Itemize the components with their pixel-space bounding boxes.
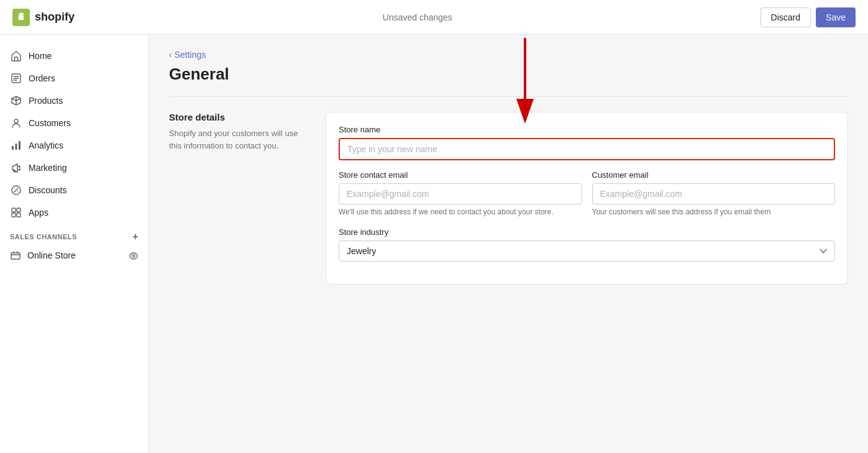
orders-icon	[10, 72, 22, 85]
sidebar-item-online-store[interactable]: Online Store	[0, 245, 148, 266]
customers-icon	[10, 117, 22, 129]
marketing-icon	[10, 162, 22, 174]
online-store-icon	[10, 250, 21, 261]
svg-rect-7	[12, 208, 16, 212]
sidebar-item-home[interactable]: Home	[0, 45, 148, 67]
svg-point-12	[132, 255, 135, 257]
top-header: shopify Unsaved changes Discard Save	[0, 0, 868, 35]
customer-email-hint: Your customers will see this address if …	[592, 207, 836, 217]
online-store-eye-icon[interactable]	[129, 250, 139, 261]
shopify-bag-icon	[12, 9, 30, 26]
sidebar-item-discounts[interactable]: Discounts	[0, 179, 148, 201]
sidebar-item-discounts-label: Discounts	[29, 185, 66, 195]
sidebar-item-products[interactable]: Products	[0, 89, 148, 112]
back-link-label: Settings	[175, 50, 206, 60]
section-title: Store details	[169, 112, 306, 122]
svg-rect-5	[19, 141, 21, 150]
unsaved-changes-label: Unsaved changes	[383, 12, 452, 22]
sidebar-item-analytics-label: Analytics	[29, 140, 63, 150]
customer-email-label: Customer email	[592, 170, 836, 180]
save-button[interactable]: Save	[816, 7, 856, 27]
logo-text: shopify	[35, 11, 75, 24]
svg-rect-3	[12, 146, 14, 150]
header-actions: Discard Save	[761, 7, 856, 27]
store-details-card: Store name Store contact email We'll use…	[326, 112, 848, 285]
sidebar-item-orders[interactable]: Orders	[0, 67, 148, 89]
sidebar-item-marketing-label: Marketing	[29, 163, 66, 173]
sidebar-item-customers[interactable]: Customers	[0, 112, 148, 134]
sidebar-item-analytics[interactable]: Analytics	[0, 134, 148, 157]
svg-rect-4	[16, 144, 17, 150]
sidebar-item-apps-label: Apps	[29, 208, 48, 217]
sidebar-item-orders-label: Orders	[29, 73, 55, 83]
email-row: Store contact email We'll use this addre…	[339, 170, 835, 227]
apps-icon	[10, 206, 22, 219]
section-sidebar: Store details Shopify and your customers…	[169, 112, 306, 285]
discounts-icon	[10, 184, 22, 196]
page-divider	[169, 96, 848, 97]
store-industry-select[interactable]: Jewelry Clothing Electronics Food and dr…	[339, 240, 835, 262]
sidebar-item-customers-label: Customers	[29, 118, 71, 128]
online-store-label: Online Store	[27, 250, 76, 260]
svg-rect-10	[17, 213, 21, 217]
store-name-input[interactable]	[339, 138, 835, 160]
customer-email-group: Customer email Your customers will see t…	[592, 170, 836, 217]
svg-rect-9	[12, 213, 16, 217]
page-wrapper: ‹ Settings General Store details Shopify…	[149, 35, 868, 300]
back-arrow-icon: ‹	[169, 50, 172, 60]
store-contact-email-input[interactable]	[339, 183, 582, 204]
store-contact-email-hint: We'll use this address if we need to con…	[339, 207, 582, 217]
home-icon	[10, 50, 22, 62]
store-details-section: Store details Shopify and your customers…	[169, 112, 848, 285]
sales-channels-label: SALES CHANNELS	[10, 233, 77, 240]
sidebar-item-products-label: Products	[29, 96, 63, 106]
customer-email-input[interactable]	[592, 183, 836, 204]
store-industry-group: Store industry Jewelry Clothing Electron…	[339, 227, 835, 262]
store-contact-email-label: Store contact email	[339, 170, 582, 180]
store-name-group: Store name	[339, 125, 835, 160]
sidebar-item-home-label: Home	[29, 51, 52, 61]
layout: Home Orders Products Customers Analytics	[0, 35, 868, 453]
main-content: ‹ Settings General Store details Shopify…	[149, 35, 868, 453]
store-name-label: Store name	[339, 125, 835, 134]
sidebar-item-marketing[interactable]: Marketing	[0, 157, 148, 179]
analytics-icon	[10, 139, 22, 152]
store-industry-label: Store industry	[339, 227, 835, 237]
svg-point-2	[14, 119, 18, 123]
add-sales-channel-icon[interactable]: +	[132, 231, 139, 242]
svg-rect-8	[17, 208, 21, 212]
products-icon	[10, 94, 22, 107]
back-link[interactable]: ‹ Settings	[169, 50, 848, 60]
svg-rect-11	[11, 253, 20, 259]
section-desc: Shopify and your customers will use this…	[169, 127, 306, 152]
store-contact-email-group: Store contact email We'll use this addre…	[339, 170, 582, 217]
sidebar: Home Orders Products Customers Analytics	[0, 35, 149, 453]
page-title: General	[169, 65, 848, 84]
sales-channels-section: SALES CHANNELS +	[0, 224, 148, 245]
logo: shopify	[12, 9, 75, 26]
discard-button[interactable]: Discard	[761, 7, 811, 27]
sidebar-item-apps[interactable]: Apps	[0, 201, 148, 224]
